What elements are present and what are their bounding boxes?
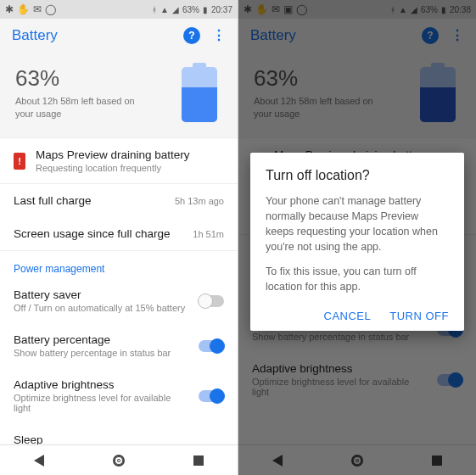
battery-saver-toggle[interactable] (199, 295, 224, 307)
row-label: Battery saver (14, 288, 188, 301)
battery-icon: ▮ (203, 5, 208, 14)
row-label: Adaptive brightness (14, 378, 188, 391)
battery-alert-icon (14, 153, 25, 170)
cancel-button[interactable]: CANCEL (324, 310, 372, 322)
slack-icon: ✱ (5, 3, 14, 15)
battery-percentage-row[interactable]: Battery percentage Show battery percenta… (0, 323, 238, 368)
dialog-title: Turn off location? (266, 168, 449, 183)
battery-percentage-toggle[interactable] (199, 340, 224, 352)
row-value: 5h 13m ago (175, 196, 224, 206)
wifi-icon: ▲ (160, 5, 169, 14)
adaptive-brightness-row[interactable]: Adaptive brightness Optimize brightness … (0, 368, 238, 423)
mail-icon: ✉ (33, 3, 42, 15)
battery-hero[interactable]: 63% About 12h 58m left based on your usa… (0, 53, 238, 137)
nav-bar (0, 444, 238, 475)
row-value: 1h 51m (193, 229, 224, 239)
nav-back-icon[interactable] (34, 455, 44, 467)
dialog-body-2: To fix this issue, you can turn off loca… (266, 264, 449, 294)
status-bar: ✱ ✋ ✉ ◯ ᚼ ▲ ◢ 63% ▮ 20:37 (0, 0, 238, 19)
right-screenshot: ✱ ✋ ✉ ▣ ◯ ᚼ ▲ ◢ 63% ▮ 20:38 Battery ? ⋮ … (238, 0, 476, 475)
battery-percent: 63% (15, 65, 151, 92)
warning-row[interactable]: Maps Preview draining battery Requesting… (0, 137, 238, 183)
section-header: Power management (0, 250, 238, 278)
row-label: Sleep (14, 433, 224, 444)
location-dialog: Turn off location? Your phone can't mana… (250, 153, 464, 331)
row-sub: Show battery percentage in status bar (14, 348, 188, 358)
row-sub: Optimize brightness level for available … (14, 393, 188, 413)
nav-recent-icon[interactable] (193, 455, 204, 466)
page-title: Battery (12, 27, 183, 44)
row-sub: Off / Turn on automatically at 15% batte… (14, 303, 188, 313)
last-full-charge-row[interactable]: Last full charge 5h 13m ago (0, 183, 238, 217)
row-label: Screen usage since full charge (14, 227, 182, 240)
adaptive-brightness-toggle[interactable] (199, 390, 224, 402)
whatsapp-icon: ◯ (45, 3, 56, 15)
warning-sub: Requesting location frequently (36, 163, 224, 173)
signal-icon: ◢ (172, 5, 179, 14)
status-time: 20:37 (211, 5, 232, 14)
more-icon[interactable]: ⋮ (212, 33, 226, 38)
row-label: Last full charge (14, 194, 165, 207)
battery-saver-row[interactable]: Battery saver Off / Turn on automaticall… (0, 278, 238, 323)
screen-usage-row[interactable]: Screen usage since full charge 1h 51m (0, 217, 238, 250)
bluetooth-icon: ᚼ (152, 5, 157, 14)
status-battery-pct: 63% (182, 5, 199, 14)
turn-off-button[interactable]: TURN OFF (389, 310, 449, 322)
sleep-row[interactable]: Sleep (0, 423, 238, 444)
left-screenshot: ✱ ✋ ✉ ◯ ᚼ ▲ ◢ 63% ▮ 20:37 Battery ? ⋮ 63… (0, 0, 238, 475)
dialog-body-1: Your phone can't manage battery normally… (266, 193, 449, 255)
battery-estimate: About 12h 58m left based on your usage (15, 95, 151, 120)
nav-home-icon[interactable] (113, 455, 125, 467)
help-icon[interactable]: ? (183, 27, 200, 44)
app-bar: Battery ? ⋮ (0, 19, 238, 53)
warning-title: Maps Preview draining battery (36, 148, 224, 161)
hand-icon: ✋ (17, 3, 30, 15)
battery-graphic-icon (182, 63, 217, 122)
row-label: Battery percentage (14, 333, 188, 346)
